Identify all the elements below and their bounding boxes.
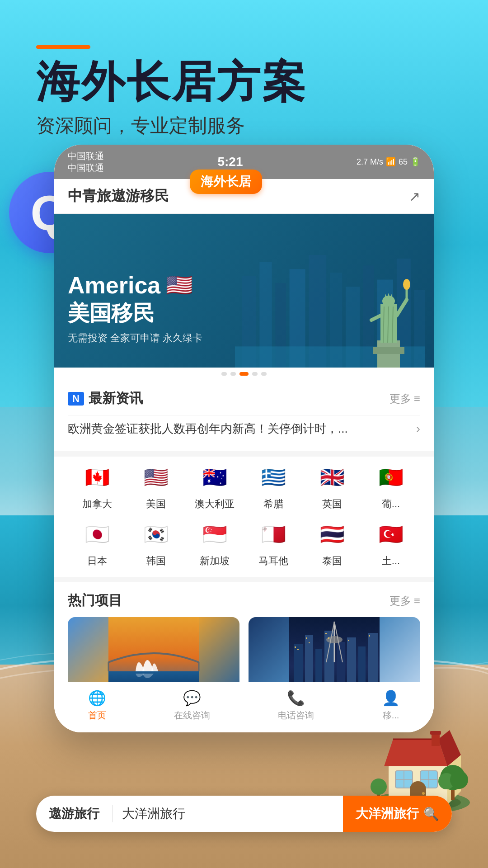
nav-item-chat[interactable]: 💬 在线咨询 xyxy=(174,689,210,722)
countries-grid: 🇨🇦 加拿大 🇺🇸 美国 🇦🇺 澳大利亚 🇬🇷 希腊 🇬🇧 xyxy=(68,461,420,568)
thailand-flag: 🇹🇭 xyxy=(316,518,348,551)
countries-section: 🇨🇦 加拿大 🇺🇸 美国 🇦🇺 澳大利亚 🇬🇷 希腊 🇬🇧 xyxy=(54,457,434,577)
svg-rect-48 xyxy=(309,642,310,643)
svg-point-74 xyxy=(371,778,387,795)
chat-icon: 💬 xyxy=(183,689,201,707)
usa-flag: 🇺🇸 xyxy=(140,461,172,494)
app-title: 中青旅遨游移民 xyxy=(68,186,169,206)
dot-1 xyxy=(221,372,227,376)
phone-mockup: 中国联通 中国联通 5:21 2.7 M/s 📶 65 🔋 中青旅遨游移民 ↗ xyxy=(54,145,434,732)
banner-title-cn: 美国移民 xyxy=(68,299,202,328)
svg-rect-47 xyxy=(306,637,307,639)
nav-item-phone[interactable]: 📞 电话咨询 xyxy=(278,689,314,722)
banner-subtitle: 无需投资 全家可申请 永久绿卡 xyxy=(68,331,202,345)
uk-name: 英国 xyxy=(322,497,342,511)
search-query-text: 大洋洲旅行 xyxy=(113,805,343,822)
search-button[interactable]: 大洋洲旅行 🔍 xyxy=(343,796,452,832)
banner-dots xyxy=(54,368,434,380)
country-korea[interactable]: 🇰🇷 韩国 xyxy=(127,518,185,568)
svg-point-42 xyxy=(326,636,343,643)
news-more-btn[interactable]: 更多 ≡ xyxy=(389,392,420,406)
nav-label-phone: 电话咨询 xyxy=(278,709,314,722)
more-lines-icon: ≡ xyxy=(414,594,420,607)
japan-name: 日本 xyxy=(87,554,107,568)
japan-flag: 🇯🇵 xyxy=(81,518,113,551)
svg-rect-13 xyxy=(373,347,404,354)
wifi-icon: 📶 xyxy=(386,157,396,167)
phone-inner: 中国联通 中国联通 5:21 2.7 M/s 📶 65 🔋 中青旅遨游移民 ↗ xyxy=(54,145,434,732)
battery-icon: 🔋 xyxy=(410,157,420,167)
malta-flag: 🇲🇹 xyxy=(257,518,290,551)
country-thailand[interactable]: 🇹🇭 泰国 xyxy=(303,518,361,568)
country-portugal[interactable]: 🇵🇹 葡... xyxy=(361,461,420,511)
news-section: N 最新资讯 更多 ≡ 欧洲黄金签证获批人数再创年内新高！关停倒计时，... › xyxy=(54,380,434,451)
nav-label-home: 首页 xyxy=(88,709,106,722)
header-underline xyxy=(36,45,90,49)
carrier-info: 中国联通 中国联通 xyxy=(68,150,104,174)
n-badge: N xyxy=(68,392,84,406)
nav-item-home[interactable]: 🌐 首页 xyxy=(88,689,106,722)
status-time: 5:21 xyxy=(217,155,243,169)
banner-title-en: America xyxy=(68,272,160,299)
svg-rect-45 xyxy=(295,646,296,648)
hot-more-btn[interactable]: 更多 ≡ xyxy=(389,594,420,608)
usa-name: 美国 xyxy=(146,497,166,511)
bottom-search-bar: 遨游旅行 大洋洲旅行 大洋洲旅行 🔍 xyxy=(36,796,452,832)
news-title-area: N 最新资讯 xyxy=(68,389,143,408)
overseas-badge: 海外长居 xyxy=(190,170,262,194)
country-greece[interactable]: 🇬🇷 希腊 xyxy=(244,461,303,511)
thailand-name: 泰国 xyxy=(322,554,342,568)
turkey-name: 土... xyxy=(382,554,400,568)
svg-line-21 xyxy=(371,316,380,320)
signal-text: 2.7 M/s xyxy=(357,157,383,167)
greece-flag: 🇬🇷 xyxy=(257,461,290,494)
canada-name: 加拿大 xyxy=(82,497,112,511)
korea-name: 韩国 xyxy=(146,554,166,568)
nav-label-chat: 在线咨询 xyxy=(174,709,210,722)
menu-lines-icon: ≡ xyxy=(414,392,420,405)
country-singapore[interactable]: 🇸🇬 新加坡 xyxy=(185,518,244,568)
section-divider-2 xyxy=(54,577,434,582)
korea-flag: 🇰🇷 xyxy=(140,518,172,551)
svg-marker-23 xyxy=(387,293,390,297)
portugal-flag: 🇵🇹 xyxy=(375,461,407,494)
malta-name: 马耳他 xyxy=(258,554,288,568)
svg-rect-46 xyxy=(297,649,299,650)
country-malta[interactable]: 🇲🇹 马耳他 xyxy=(244,518,303,568)
greece-name: 希腊 xyxy=(263,497,283,511)
status-icons: 2.7 M/s 📶 65 🔋 xyxy=(357,157,420,167)
dot-2 xyxy=(230,372,236,376)
svg-point-72 xyxy=(450,771,468,789)
news-text: 欧洲黄金签证获批人数再创年内新高！关停倒计时，... xyxy=(68,421,411,437)
banner-area: America 🇺🇸 美国移民 无需投资 全家可申请 永久绿卡 xyxy=(54,214,434,368)
country-japan[interactable]: 🇯🇵 日本 xyxy=(68,518,127,568)
page-subtitle: 资深顾问，专业定制服务 xyxy=(36,113,307,138)
news-item[interactable]: 欧洲黄金签证获批人数再创年内新高！关停倒计时，... › xyxy=(68,415,420,442)
country-uk[interactable]: 🇬🇧 英国 xyxy=(303,461,361,511)
svg-point-20 xyxy=(403,279,410,290)
battery-text: 65 xyxy=(399,157,408,167)
country-canada[interactable]: 🇨🇦 加拿大 xyxy=(68,461,127,511)
share-button[interactable]: ↗ xyxy=(409,189,420,204)
dot-5 xyxy=(261,372,267,376)
phone-icon: 📞 xyxy=(287,689,305,707)
svg-point-68 xyxy=(422,792,425,795)
australia-name: 澳大利亚 xyxy=(195,497,235,511)
svg-rect-50 xyxy=(328,637,329,639)
country-usa[interactable]: 🇺🇸 美国 xyxy=(127,461,185,511)
country-australia[interactable]: 🇦🇺 澳大利亚 xyxy=(185,461,244,511)
uk-flag: 🇬🇧 xyxy=(316,461,348,494)
australia-flag: 🇦🇺 xyxy=(198,461,231,494)
profile-icon: 👤 xyxy=(382,689,400,707)
canada-flag: 🇨🇦 xyxy=(81,461,113,494)
liberty-statue xyxy=(361,241,416,368)
country-turkey[interactable]: 🇹🇷 土... xyxy=(361,518,420,568)
portugal-name: 葡... xyxy=(382,497,400,511)
banner-content: America 🇺🇸 美国移民 无需投资 全家可申请 永久绿卡 xyxy=(68,272,202,345)
banner-flag: 🇺🇸 xyxy=(166,273,193,298)
singapore-flag: 🇸🇬 xyxy=(198,518,231,551)
page-title: 海外长居方案 xyxy=(36,58,307,106)
svg-rect-51 xyxy=(348,640,349,641)
svg-rect-52 xyxy=(369,635,370,637)
turkey-flag: 🇹🇷 xyxy=(375,518,407,551)
